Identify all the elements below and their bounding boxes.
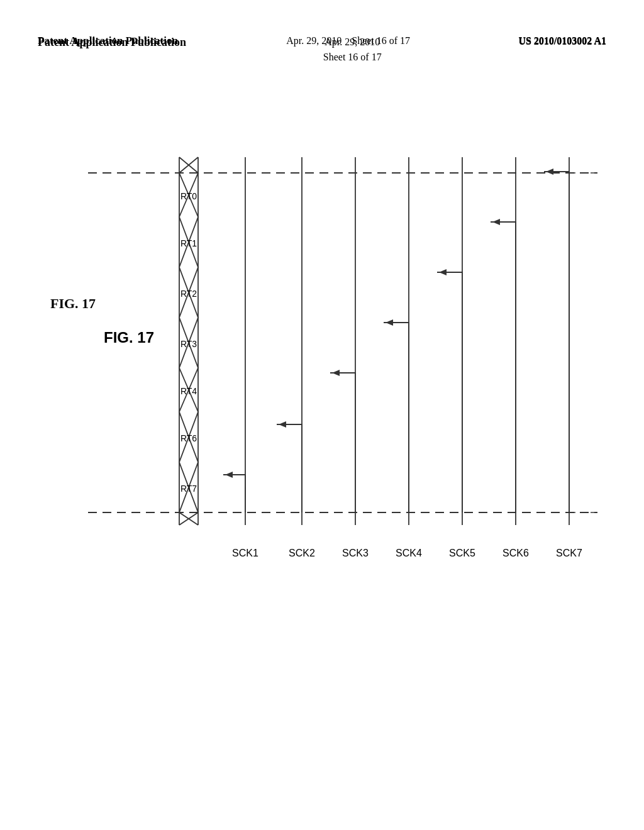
sck6-label: SCK6 bbox=[502, 548, 529, 558]
header: Patent Application Publication Apr. 29, … bbox=[38, 35, 606, 47]
svg-marker-74 bbox=[546, 169, 553, 175]
rt7-label: RT7 bbox=[180, 484, 197, 494]
header-sheet: Sheet 16 of 17 bbox=[323, 50, 382, 65]
sck1-label: SCK1 bbox=[232, 548, 258, 558]
rt1-label: RT1 bbox=[180, 238, 197, 248]
clean-diagram-svg: RT0 RT1 RT2 RT3 RT4 RT6 RT7 bbox=[63, 123, 604, 701]
pub-date: Apr. 29, 2010 bbox=[286, 35, 341, 46]
svg-marker-70 bbox=[439, 269, 447, 275]
sck7-label: SCK7 bbox=[556, 548, 582, 558]
rt4-label: RT4 bbox=[180, 386, 197, 396]
svg-marker-72 bbox=[492, 219, 500, 225]
patent-number-label: US 2010/0103002 A1 bbox=[518, 35, 606, 47]
sck4-label: SCK4 bbox=[396, 548, 422, 558]
svg-marker-64 bbox=[279, 421, 286, 428]
sheet-info: Sheet 16 of 17 bbox=[352, 35, 410, 46]
header-middle: Apr. 29, 2010 Sheet 16 of 17 bbox=[286, 35, 410, 47]
fig-label: FIG. 17 bbox=[104, 329, 154, 346]
sck3-label: SCK3 bbox=[342, 548, 369, 558]
rt3-label: RT3 bbox=[180, 339, 197, 349]
rt0-label: RT0 bbox=[180, 191, 197, 201]
svg-marker-66 bbox=[332, 370, 340, 376]
rt2-label: RT2 bbox=[180, 289, 197, 299]
sck2-label: SCK2 bbox=[289, 548, 315, 558]
svg-marker-62 bbox=[225, 472, 233, 478]
rt6-label: RT6 bbox=[180, 433, 197, 443]
svg-marker-68 bbox=[386, 319, 393, 326]
patent-pub-label: Patent Application Publication bbox=[38, 35, 178, 47]
sck5-label: SCK5 bbox=[449, 548, 475, 558]
